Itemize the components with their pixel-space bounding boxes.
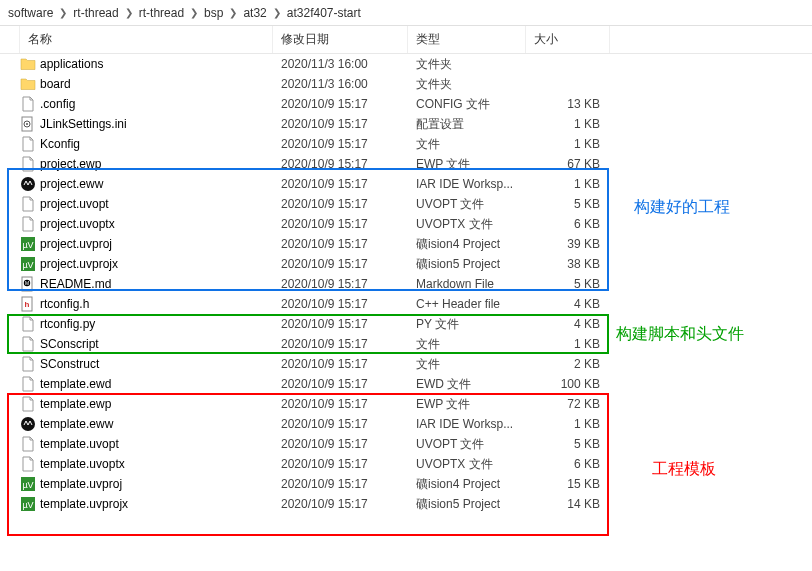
file-type-cell: IAR IDE Worksp... [408,177,526,191]
breadcrumb-seg[interactable]: rt-thread [137,6,186,20]
file-type-cell: 文件 [408,336,526,353]
file-name-label: project.uvopt [40,197,109,211]
file-row[interactable]: template.ewd2020/10/9 15:17EWD 文件100 KB [0,374,812,394]
svg-text:M: M [25,280,29,286]
file-date-cell: 2020/10/9 15:17 [273,237,408,251]
svg-text:µV: µV [22,500,33,510]
file-size-cell: 15 KB [526,477,610,491]
file-type-cell: 文件夹 [408,56,526,73]
column-date[interactable]: 修改日期 [273,26,408,53]
svg-text:µV: µV [22,240,33,250]
file-name-label: project.ewp [40,157,101,171]
file-name-cell: µVproject.uvproj [20,236,273,252]
file-name-cell: MREADME.md [20,276,273,292]
file-row[interactable]: template.uvopt2020/10/9 15:17UVOPT 文件5 K… [0,434,812,454]
file-icon [20,456,36,472]
file-row[interactable]: JLinkSettings.ini2020/10/9 15:17配置设置1 KB [0,114,812,134]
file-size-cell: 1 KB [526,417,610,431]
file-name-cell: project.ewp [20,156,273,172]
file-type-cell: 配置设置 [408,116,526,133]
breadcrumb-seg[interactable]: rt-thread [71,6,120,20]
file-row[interactable]: template.ewp2020/10/9 15:17EWP 文件72 KB [0,394,812,414]
file-date-cell: 2020/10/9 15:17 [273,277,408,291]
column-type[interactable]: 类型 [408,26,526,53]
file-name-label: SConscript [40,337,99,351]
file-date-cell: 2020/10/9 15:17 [273,497,408,511]
file-date-cell: 2020/10/9 15:17 [273,437,408,451]
file-icon [20,316,36,332]
file-name-label: JLinkSettings.ini [40,117,127,131]
file-row[interactable]: µVproject.uvprojx2020/10/9 15:17礦ision5 … [0,254,812,274]
file-row[interactable]: SConstruct2020/10/9 15:17文件2 KB [0,354,812,374]
file-icon [20,96,36,112]
breadcrumb-seg[interactable]: software [6,6,55,20]
file-name-cell: µVtemplate.uvproj [20,476,273,492]
file-icon [20,356,36,372]
file-size-cell: 5 KB [526,277,610,291]
file-list: applications2020/11/3 16:00文件夹board2020/… [0,54,812,514]
file-size-cell: 67 KB [526,157,610,171]
file-type-cell: 礦ision5 Project [408,496,526,513]
file-name-cell: µVtemplate.uvprojx [20,496,273,512]
breadcrumb[interactable]: software ❯ rt-thread ❯ rt-thread ❯ bsp ❯… [0,0,812,26]
file-name-label: rtconfig.h [40,297,89,311]
uv-icon: µV [20,476,36,492]
file-row[interactable]: project.ewp2020/10/9 15:17EWP 文件67 KB [0,154,812,174]
file-date-cell: 2020/10/9 15:17 [273,217,408,231]
file-size-cell: 13 KB [526,97,610,111]
column-size[interactable]: 大小 [526,26,610,53]
file-row[interactable]: Kconfig2020/10/9 15:17文件1 KB [0,134,812,154]
file-size-cell: 4 KB [526,317,610,331]
file-type-cell: 礦ision5 Project [408,256,526,273]
h-icon: h [20,296,36,312]
file-size-cell: 1 KB [526,337,610,351]
file-name-cell: template.uvoptx [20,456,273,472]
file-date-cell: 2020/10/9 15:17 [273,477,408,491]
file-type-cell: UVOPTX 文件 [408,216,526,233]
file-size-cell: 5 KB [526,197,610,211]
file-type-cell: C++ Header file [408,297,526,311]
column-name-label: 名称 [28,31,52,48]
file-name-label: project.uvoptx [40,217,115,231]
file-date-cell: 2020/10/9 15:17 [273,177,408,191]
file-name-label: Kconfig [40,137,80,151]
file-name-cell: Kconfig [20,136,273,152]
file-row[interactable]: board2020/11/3 16:00文件夹 [0,74,812,94]
file-size-cell: 38 KB [526,257,610,271]
file-row[interactable]: µVproject.uvproj2020/10/9 15:17礦ision4 P… [0,234,812,254]
file-name-cell: template.ewd [20,376,273,392]
file-row[interactable]: µVtemplate.uvprojx2020/10/9 15:17礦ision5… [0,494,812,514]
column-name[interactable]: 名称 [20,26,273,53]
svg-text:µV: µV [22,260,33,270]
file-row[interactable]: MREADME.md2020/10/9 15:17Markdown File5 … [0,274,812,294]
uv-icon: µV [20,256,36,272]
file-size-cell: 2 KB [526,357,610,371]
file-size-cell: 39 KB [526,237,610,251]
file-type-cell: EWP 文件 [408,156,526,173]
file-type-cell: UVOPT 文件 [408,436,526,453]
file-size-cell: 4 KB [526,297,610,311]
file-type-cell: 礦ision4 Project [408,236,526,253]
file-row[interactable]: template.eww2020/10/9 15:17IAR IDE Works… [0,414,812,434]
svg-text:µV: µV [22,480,33,490]
file-size-cell: 6 KB [526,217,610,231]
file-icon [20,216,36,232]
file-size-cell: 100 KB [526,377,610,391]
file-row[interactable]: project.eww2020/10/9 15:17IAR IDE Worksp… [0,174,812,194]
file-date-cell: 2020/10/9 15:17 [273,417,408,431]
column-date-label: 修改日期 [281,31,329,48]
file-icon [20,156,36,172]
chevron-right-icon: ❯ [121,7,137,18]
breadcrumb-seg[interactable]: at32f407-start [285,6,363,20]
file-type-cell: IAR IDE Worksp... [408,417,526,431]
annotation-label-red: 工程模板 [652,459,716,480]
file-row[interactable]: .config2020/10/9 15:17CONFIG 文件13 KB [0,94,812,114]
column-type-label: 类型 [416,31,440,48]
file-name-label: .config [40,97,75,111]
file-name-label: template.ewd [40,377,111,391]
breadcrumb-seg[interactable]: at32 [241,6,268,20]
file-row[interactable]: applications2020/11/3 16:00文件夹 [0,54,812,74]
breadcrumb-seg[interactable]: bsp [202,6,225,20]
file-date-cell: 2020/10/9 15:17 [273,117,408,131]
file-row[interactable]: hrtconfig.h2020/10/9 15:17C++ Header fil… [0,294,812,314]
